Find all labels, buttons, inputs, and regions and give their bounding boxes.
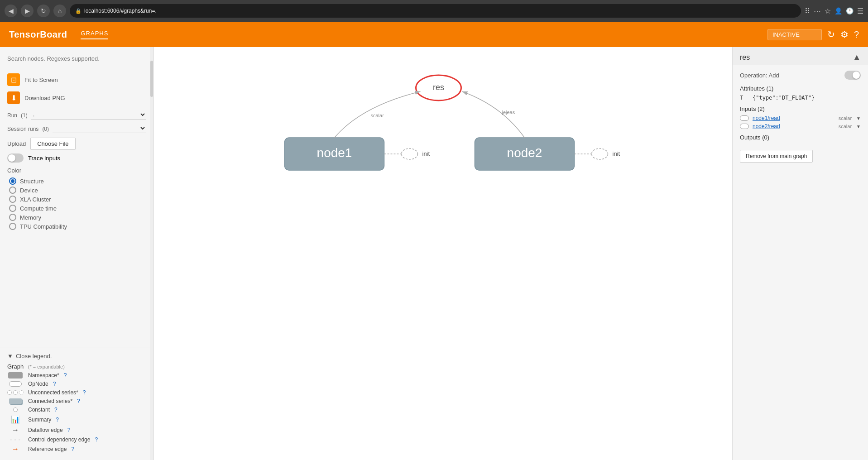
input-item-1: node2/read scalar ▼ [740,123,861,129]
unconnected-help[interactable]: ? [83,389,86,396]
color-device-row[interactable]: Device [7,187,146,194]
choose-file-button[interactable]: Choose File [30,138,75,150]
close-legend-button[interactable]: ▼ Close legend. [7,353,146,359]
profile-icon[interactable]: 👤 [834,7,842,14]
reference-help[interactable]: ? [71,446,74,452]
forward-button[interactable]: ▶ [21,5,34,17]
structure-label: Structure [20,178,44,185]
op-toggle-knob [853,72,860,79]
control-dep-help[interactable]: ? [95,436,98,443]
sidebar-scroll[interactable]: ⊡ Fit to Screen ⬇ Download PNG Run (1) .… [0,47,153,348]
lock-icon: 🔒 [75,8,82,14]
run-selector[interactable]: INACTIVE [767,29,822,40]
attributes-header: Attributes (1) [740,85,861,92]
radio-inner [11,179,14,183]
color-tpu-row[interactable]: TPU Compatibility [7,223,146,230]
scrollbar[interactable] [150,47,153,460]
operation-toggle[interactable] [844,71,861,80]
legend-dataflow: → Dataflow edge ? [7,426,146,434]
namespace-shape [8,372,23,379]
star-icon[interactable]: ☆ [825,7,831,15]
control-dep-label: Control dependency edge [28,436,90,443]
main-container: ⊡ Fit to Screen ⬇ Download PNG Run (1) .… [0,47,868,460]
input-dropdown-1[interactable]: ▼ [856,124,861,129]
refresh-icon[interactable]: ↻ [827,29,835,40]
dataflow-shape: → [12,426,19,434]
inputs-header: Inputs (2) [740,105,861,112]
constant-help[interactable]: ? [54,407,58,413]
operation-row: Operation: Add [740,71,861,80]
run-count: (1) [21,112,28,119]
opnode-icon [7,381,24,387]
color-compute-row[interactable]: Compute time [7,205,146,212]
help-icon[interactable]: ? [854,29,859,40]
session-runs-row: Session runs (0) [7,122,146,134]
dataflow-icon: → [7,426,24,434]
namespace-help[interactable]: ? [64,372,67,379]
control-dep-shape: - - - [10,436,21,443]
header-right: INACTIVE ↻ ⚙ ? [767,29,859,40]
chevron-down-icon: ▼ [7,353,13,359]
summary-help[interactable]: ? [56,417,59,423]
input-dropdown-0[interactable]: ▼ [856,116,861,121]
more-icon[interactable]: ☰ [857,7,863,15]
legend-summary: 📊 Summary ? [7,415,146,424]
menu-icon[interactable]: ⋯ [814,7,821,15]
legend-reference: → Reference edge ? [7,445,146,453]
opnode-shape [9,381,22,387]
trace-inputs-toggle[interactable] [7,153,24,163]
tpu-radio[interactable] [9,223,16,230]
summary-shape: 📊 [11,415,20,424]
xla-radio[interactable] [9,196,16,203]
graphs-tab[interactable]: GRAPHS [81,30,108,39]
upload-row: Upload Choose File [7,138,146,150]
tpu-label: TPU Compatibility [20,223,67,230]
structure-radio[interactable] [9,177,16,185]
download-png-button[interactable]: ⬇ Download PNG [7,89,146,107]
address-bar[interactable]: 🔒 localhost:6006/#graphs&run=. [70,4,801,18]
legend-namespace: Namespace* ? [7,372,146,379]
graph-svg: res node1 node2 scalar jejeas init init [154,47,732,460]
opnode-help[interactable]: ? [53,381,56,387]
xla-label: XLA Cluster [20,196,51,203]
home-button[interactable]: ⌂ [53,5,66,17]
connected-icon [7,398,24,404]
input-name-1[interactable]: node2/read [753,123,780,129]
svg-point-5 [402,149,418,159]
grid-icon[interactable]: ⠿ [805,7,810,15]
upload-label: Upload [7,140,26,147]
namespace-label: Namespace* [28,372,59,379]
memory-label: Memory [20,214,41,221]
close-legend-label: Close legend. [16,353,52,359]
attr-key: T [740,95,749,101]
search-input[interactable] [7,53,146,65]
device-radio[interactable] [9,187,16,194]
memory-radio[interactable] [9,214,16,221]
remove-from-graph-button[interactable]: Remove from main graph [740,150,813,163]
input-name-0[interactable]: node1/read [753,115,780,121]
legend-unconnected: Unconnected series* ? [7,389,146,396]
connected-help[interactable]: ? [77,398,80,404]
svg-text:node2: node2 [507,146,542,160]
legend-constant: Constant ? [7,407,146,413]
summary-icon: 📊 [7,415,24,424]
graph-canvas[interactable]: res node1 node2 scalar jejeas init init [154,47,732,460]
color-xla-row[interactable]: XLA Cluster [7,196,146,203]
color-structure-row[interactable]: Structure [7,177,146,185]
run-select[interactable]: . [31,110,146,120]
session-runs-select[interactable] [53,123,146,133]
reload-button[interactable]: ↻ [37,5,50,17]
color-memory-row[interactable]: Memory [7,214,146,221]
settings-icon[interactable]: ⚙ [840,29,849,40]
device-label: Device [20,187,38,194]
constant-label: Constant [28,407,50,413]
close-panel-button[interactable]: ▲ [853,53,861,62]
unconnected-label: Unconnected series* [28,389,78,396]
constant-shape [13,407,18,412]
compute-radio[interactable] [9,205,16,212]
fit-to-screen-button[interactable]: ⊡ Fit to Screen [7,71,146,89]
dataflow-help[interactable]: ? [67,427,71,433]
browser-chrome: ◀ ▶ ↻ ⌂ 🔒 localhost:6006/#graphs&run=. ⠿… [0,0,868,22]
back-button[interactable]: ◀ [5,5,17,17]
legend-control-dep: - - - Control dependency edge ? [7,436,146,443]
